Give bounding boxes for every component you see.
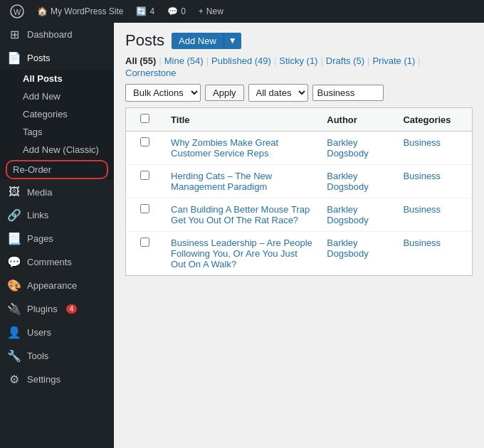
comments-icon: 💬	[7, 255, 21, 269]
comments-icon: 💬	[167, 6, 178, 16]
sidebar-item-label: Dashboard	[27, 29, 73, 40]
filter-private[interactable]: Private (1)	[372, 55, 415, 66]
tools-icon: 🔧	[7, 349, 21, 363]
add-new-label: Add New	[23, 91, 60, 102]
comments-button[interactable]: 💬 0	[163, 6, 190, 16]
post-title-link[interactable]: Business Leadership – Are People Followi…	[171, 238, 312, 270]
post-title-link[interactable]: Can Building A Better Mouse Trap Get You…	[171, 204, 310, 225]
sidebar-item-add-new-classic[interactable]: Add New (Classic)	[0, 141, 114, 159]
add-new-classic-label: Add New (Classic)	[23, 144, 99, 155]
author-header: Author	[320, 108, 396, 132]
row-checkbox[interactable]	[140, 171, 149, 180]
add-new-dropdown-button[interactable]: ▼	[223, 33, 241, 49]
main-layout: ⊞ Dashboard 📄 Posts All Posts Add New Ca…	[0, 23, 484, 448]
sidebar-item-label: Posts	[27, 53, 51, 63]
site-name: My WordPress Site	[51, 6, 123, 16]
add-new-button-group: Add New ▼	[172, 33, 241, 49]
post-title-cell: Why Zombies Make Great Customer Service …	[164, 132, 320, 165]
plugins-badge: 4	[66, 304, 78, 314]
table-row: Business Leadership – Are People Followi…	[126, 232, 473, 276]
sidebar-item-label: Tools	[27, 351, 48, 361]
row-checkbox-cell	[126, 232, 164, 276]
posts-table: Title Author Categories Why Zombies Make…	[125, 107, 473, 276]
comments-count: 0	[181, 6, 186, 16]
table-row: Herding Cats – The New Management Paradi…	[126, 165, 473, 198]
sidebar-item-media[interactable]: 🖼 Media	[0, 181, 114, 203]
filter-published[interactable]: Published (49)	[211, 55, 271, 66]
post-category-link[interactable]: Business	[403, 171, 441, 181]
sidebar-item-add-new[interactable]: Add New	[0, 87, 114, 105]
post-author-link[interactable]: Barkley Dogsbody	[327, 204, 369, 225]
post-category-link[interactable]: Business	[403, 238, 441, 248]
apply-button[interactable]: Apply	[205, 85, 244, 101]
add-new-button[interactable]: Add New	[172, 33, 223, 49]
sidebar-item-tags[interactable]: Tags	[0, 123, 114, 141]
sidebar-item-tools[interactable]: 🔧 Tools	[0, 344, 114, 368]
all-posts-label: All Posts	[23, 73, 63, 84]
new-content-button[interactable]: + New	[194, 6, 228, 16]
row-checkbox[interactable]	[140, 238, 149, 247]
plugins-icon: 🔌	[7, 302, 21, 316]
wp-logo-button[interactable]: W	[6, 4, 28, 18]
posts-submenu: All Posts Add New Categories Tags Add Ne…	[0, 70, 114, 179]
new-label: New	[206, 6, 223, 16]
sidebar-item-all-posts[interactable]: All Posts	[0, 70, 114, 87]
pages-icon: 📃	[7, 232, 21, 245]
date-filter-select[interactable]: All dates	[248, 84, 308, 102]
row-checkbox[interactable]	[140, 137, 149, 146]
main-content: Posts Add New ▼ All (55) | Mine (54) | P…	[114, 23, 484, 448]
post-author-link[interactable]: Barkley Dogsbody	[327, 137, 369, 159]
sidebar-item-re-order[interactable]: Re-Order	[6, 160, 108, 179]
post-category-link[interactable]: Business	[403, 137, 441, 148]
post-category-link[interactable]: Business	[403, 204, 441, 215]
filter-drafts[interactable]: Drafts (5)	[326, 55, 364, 66]
filter-sticky[interactable]: Sticky (1)	[279, 55, 317, 66]
sidebar-item-label: Settings	[27, 374, 60, 385]
media-icon: 🖼	[7, 186, 21, 198]
toolbar: Bulk Actions Apply All dates	[125, 84, 473, 102]
row-checkbox[interactable]	[140, 204, 149, 213]
post-author-link[interactable]: Barkley Dogsbody	[327, 171, 369, 192]
sidebar-item-label: Links	[27, 210, 48, 220]
category-filter-input[interactable]	[312, 85, 384, 101]
row-checkbox-cell	[126, 198, 164, 232]
tags-label: Tags	[23, 127, 42, 137]
table-row: Why Zombies Make Great Customer Service …	[126, 132, 473, 165]
post-title-cell: Can Building A Better Mouse Trap Get You…	[164, 198, 320, 232]
sidebar-item-plugins[interactable]: 🔌 Plugins 4	[0, 297, 114, 321]
post-author-link[interactable]: Barkley Dogsbody	[327, 238, 369, 259]
links-icon: 🔗	[7, 208, 21, 222]
updates-button[interactable]: 🔄 4	[132, 6, 159, 16]
sidebar-item-label: Pages	[27, 233, 53, 244]
dashboard-icon: ⊞	[7, 28, 21, 41]
post-title-link[interactable]: Herding Cats – The New Management Paradi…	[171, 171, 272, 192]
sidebar-item-appearance[interactable]: 🎨 Appearance	[0, 274, 114, 297]
site-name-button[interactable]: 🏠 My WordPress Site	[33, 6, 127, 16]
post-author-cell: Barkley Dogsbody	[320, 232, 396, 276]
sidebar-item-comments[interactable]: 💬 Comments	[0, 250, 114, 274]
bulk-actions-select[interactable]: Bulk Actions	[125, 84, 201, 102]
sidebar-item-label: Comments	[27, 257, 72, 267]
admin-bar: W 🏠 My WordPress Site 🔄 4 💬 0 + New	[0, 0, 484, 23]
title-header: Title	[164, 108, 320, 132]
sidebar-item-settings[interactable]: ⚙ Settings	[0, 368, 114, 391]
post-author-cell: Barkley Dogsbody	[320, 165, 396, 198]
post-title-link[interactable]: Why Zombies Make Great Customer Service …	[171, 137, 278, 159]
select-all-checkbox[interactable]	[140, 114, 149, 123]
sidebar-item-dashboard[interactable]: ⊞ Dashboard	[0, 23, 114, 46]
sidebar-item-posts[interactable]: 📄 Posts	[0, 46, 114, 70]
table-row: Can Building A Better Mouse Trap Get You…	[126, 198, 473, 232]
filter-all[interactable]: All (55)	[125, 55, 156, 66]
settings-icon: ⚙	[7, 373, 21, 386]
sidebar-item-categories[interactable]: Categories	[0, 105, 114, 123]
post-category-cell: Business	[396, 198, 472, 232]
select-all-header	[126, 108, 164, 132]
filter-cornerstone[interactable]: Cornerstone	[125, 68, 177, 78]
updates-icon: 🔄	[136, 6, 147, 16]
row-checkbox-cell	[126, 165, 164, 198]
post-category-cell: Business	[396, 165, 472, 198]
sidebar-item-links[interactable]: 🔗 Links	[0, 203, 114, 227]
sidebar-item-pages[interactable]: 📃 Pages	[0, 227, 114, 250]
sidebar-item-users[interactable]: 👤 Users	[0, 321, 114, 344]
filter-mine[interactable]: Mine (54)	[164, 55, 204, 66]
